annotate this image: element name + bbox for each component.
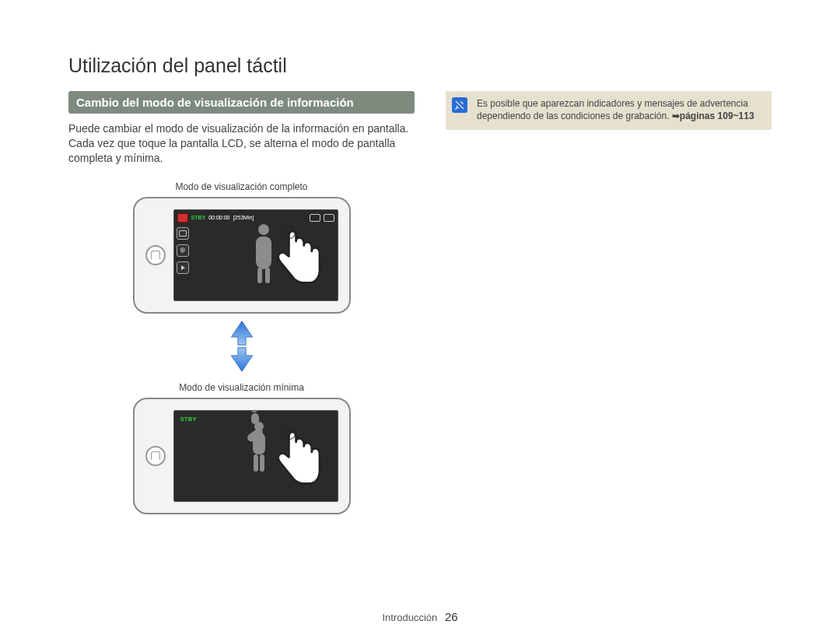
note-pageref: ➥páginas 109~113 [672,111,754,121]
camera-mode-icon [177,227,189,240]
device-illustration-full: STBY 00:00:00 [253Min] ⊕ [133,197,351,314]
osd-remaining: [253Min] [233,215,254,220]
page-title: Utilización del panel táctil [68,54,772,77]
touch-hand-icon [257,224,328,296]
card-icon [324,214,334,222]
svg-marker-1 [231,321,252,345]
device-illustration-min: STBY [133,398,351,514]
note-icon [452,97,467,113]
osd-top-row: STBY 00:00:00 [253Min] [177,213,334,223]
hinge-icon [145,446,166,466]
touch-hand-icon [257,425,328,496]
lcd-screen-min: STBY [173,410,338,502]
footer-section: Introducción [382,612,437,623]
toggle-arrow-icon [229,320,255,373]
footer: Introducción 26 [0,610,840,623]
rec-mode-icon [177,213,188,223]
osd-time: 00:00:00 [208,215,229,220]
svg-marker-2 [231,347,252,371]
caption-full: Modo de visualización completo [175,181,307,192]
hinge-icon [145,245,166,265]
battery-icon [310,214,320,222]
page-number: 26 [445,610,458,623]
note-callout: Es posible que aparezcan indicadores y m… [446,91,772,130]
body-text: Puede cambiar el modo de visualización d… [68,121,415,166]
osd-side-buttons: ⊕ [177,227,189,274]
section-subheading: Cambio del modo de visualización de info… [68,91,415,114]
caption-min: Modo de visualización mínima [179,382,304,393]
zoom-icon: ⊕ [177,244,189,257]
osd-stby-label: STBY [180,416,197,423]
play-icon [177,261,189,274]
osd-stby-label: STBY [191,215,206,220]
lcd-screen-full: STBY 00:00:00 [253Min] ⊕ [173,209,338,301]
